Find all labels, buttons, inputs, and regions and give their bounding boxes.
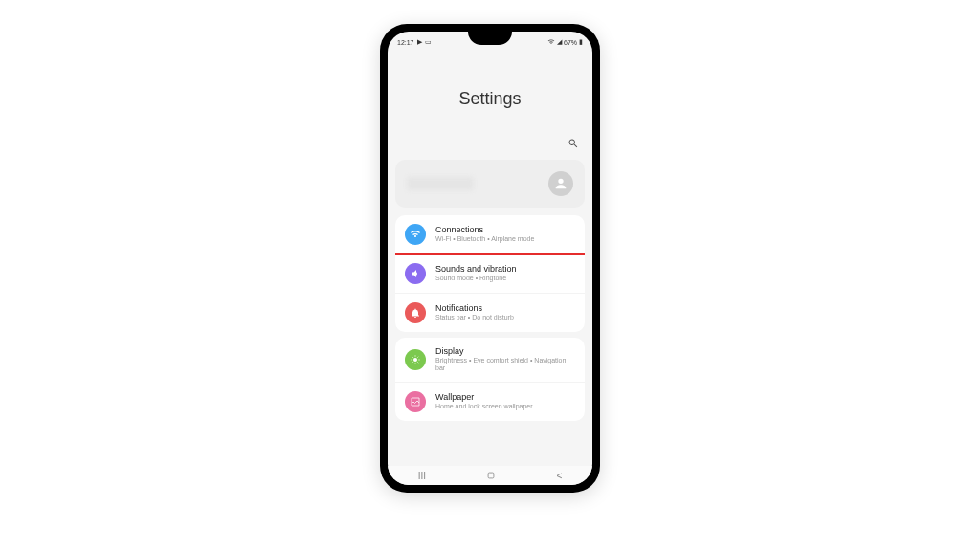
svg-rect-1 [488, 473, 494, 478]
card-icon: ▭ [425, 38, 432, 46]
navigation-bar: III < [388, 466, 592, 485]
item-subtitle: Status bar • Do not disturb [435, 314, 514, 321]
item-subtitle: Wi-Fi • Bluetooth • Airplane mode [435, 235, 534, 243]
item-subtitle: Sound mode • Ringtone [435, 275, 517, 282]
svg-point-0 [413, 358, 417, 362]
signal-icon: ◢ [557, 38, 562, 46]
item-title: Display [435, 346, 575, 357]
account-name-blurred [407, 177, 474, 190]
item-title: Connections [435, 225, 534, 235]
settings-item-display[interactable]: Display Brightness • Eye comfort shield … [395, 338, 585, 382]
video-icon: ▶ [417, 38, 422, 46]
page-title: Settings [388, 89, 592, 109]
nav-back[interactable]: < [557, 471, 563, 481]
phone-notch [468, 32, 512, 45]
search-icon[interactable] [568, 138, 579, 152]
phone-frame: 12:17 ▶ ▭ ◢ 67% ▮ Settings [380, 24, 600, 493]
settings-item-wallpaper[interactable]: Wallpaper Home and lock screen wallpaper [395, 382, 585, 421]
settings-group-2: Display Brightness • Eye comfort shield … [395, 338, 585, 421]
account-card[interactable] [395, 160, 585, 208]
settings-item-notifications[interactable]: Notifications Status bar • Do not distur… [395, 293, 585, 332]
wifi-icon [547, 38, 555, 47]
settings-group-1: Connections Wi-Fi • Bluetooth • Airplane… [395, 215, 585, 332]
item-subtitle: Brightness • Eye comfort shield • Naviga… [435, 357, 575, 373]
battery-text: 67% [564, 39, 577, 46]
status-time: 12:17 [397, 39, 414, 46]
avatar[interactable] [548, 171, 573, 196]
settings-header: Settings [388, 51, 592, 138]
wifi-icon [405, 224, 426, 245]
nav-recents[interactable]: III [418, 471, 426, 481]
item-title: Notifications [435, 303, 514, 314]
item-title: Wallpaper [435, 392, 533, 403]
wallpaper-icon [405, 391, 426, 412]
settings-item-connections[interactable]: Connections Wi-Fi • Bluetooth • Airplane… [395, 215, 585, 253]
settings-item-sounds[interactable]: Sounds and vibration Sound mode • Ringto… [395, 253, 585, 293]
sound-icon [405, 263, 426, 284]
bell-icon [405, 302, 426, 323]
item-subtitle: Home and lock screen wallpaper [435, 403, 533, 410]
item-title: Sounds and vibration [435, 264, 517, 275]
display-icon [405, 349, 426, 370]
phone-screen: 12:17 ▶ ▭ ◢ 67% ▮ Settings [388, 32, 592, 485]
battery-icon: ▮ [579, 38, 583, 46]
nav-home[interactable] [486, 471, 496, 480]
